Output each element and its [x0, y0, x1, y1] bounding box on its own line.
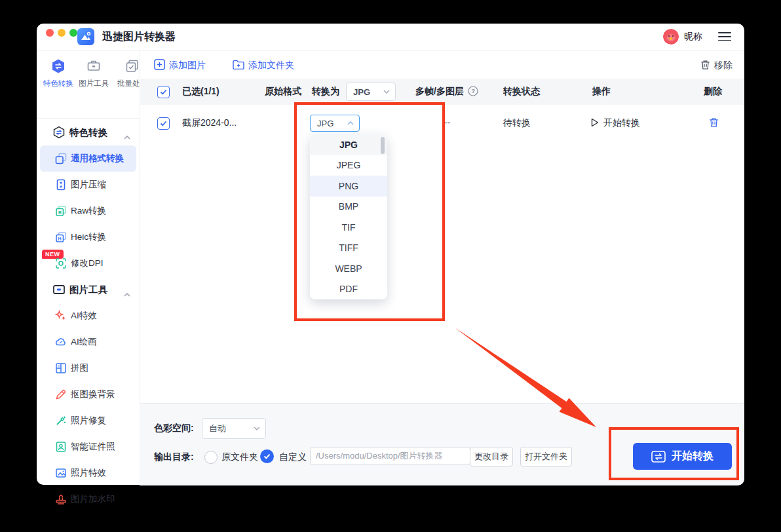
minimize-window-button[interactable]	[58, 29, 66, 37]
row-format-value: JPG	[317, 119, 333, 128]
table-header: 已选(1/1) 原始格式 转换为 JPG 多帧/多图层 ? 转换状态 操作 删除	[140, 79, 744, 105]
radio-original-folder[interactable]	[204, 451, 218, 464]
help-icon[interactable]: ?	[468, 86, 478, 98]
dropdown-option-tif[interactable]: TIF	[310, 217, 387, 238]
dropdown-option-jpg[interactable]: JPG	[310, 134, 387, 155]
titlebar: 迅捷图片转换器 昵称	[37, 24, 744, 50]
row-delete-button[interactable]	[709, 117, 719, 128]
trash-icon	[709, 117, 719, 128]
output-dir-label: 输出目录:	[154, 451, 194, 463]
sidebar-item-watermark[interactable]: 图片加水印	[37, 486, 140, 512]
add-image-button[interactable]: 添加图片	[154, 57, 206, 74]
start-convert-label: 开始转换	[672, 449, 714, 463]
radio-original-label: 原文件夹	[221, 451, 258, 463]
row-action-label: 开始转换	[603, 117, 640, 129]
svg-text:?: ?	[471, 88, 475, 94]
sidebar-item-image-compress[interactable]: 图片压缩	[37, 172, 140, 198]
change-dir-button[interactable]: 更改目录	[470, 447, 513, 466]
chevron-down-icon	[383, 90, 390, 94]
tab-featured-convert[interactable]: 特色转换	[41, 58, 75, 88]
sidebar-item-ai-effects[interactable]: AI特效	[37, 303, 140, 329]
column-multiframe: 多帧/多图层 ?	[415, 79, 478, 105]
item-label: 图片加水印	[71, 493, 115, 505]
add-folder-button[interactable]: 添加文件夹	[233, 57, 294, 74]
magic-wand-icon	[55, 415, 67, 427]
file-name: 截屏2024-0...	[182, 117, 237, 129]
convert-to-value: JPG	[353, 87, 370, 97]
cutout-pen-icon	[55, 389, 67, 400]
dropdown-option-jpeg[interactable]: JPEG	[310, 155, 387, 176]
play-icon	[591, 118, 599, 129]
dropdown-option-tiff[interactable]: TIFF	[310, 238, 387, 259]
sidebar-item-id-photo[interactable]: 智能证件照	[37, 434, 140, 460]
menu-icon[interactable]	[718, 32, 731, 41]
section-label: 图片工具	[69, 284, 107, 296]
radio-custom-checked[interactable]	[260, 449, 274, 463]
remove-label: 移除	[714, 60, 733, 71]
row-multiframe: --	[444, 117, 450, 128]
open-folder-button[interactable]: 打开文件夹	[520, 447, 572, 466]
column-status: 转换状态	[503, 79, 540, 105]
item-label: 拼图	[71, 362, 88, 374]
tab-label: 图片工具	[77, 79, 111, 88]
sidebar-item-collage[interactable]: 拼图	[37, 355, 140, 381]
multiframe-label: 多帧/多图层	[415, 86, 464, 98]
dropdown-option-webp[interactable]: WEBP	[310, 258, 387, 279]
tab-image-tools[interactable]: 图片工具	[77, 58, 111, 88]
dropdown-option-pdf[interactable]: PDF	[310, 279, 387, 300]
sidebar-item-heic-convert[interactable]: H Heic转换	[37, 224, 140, 250]
dropdown-option-png[interactable]: PNG	[310, 176, 387, 197]
user-avatar[interactable]	[663, 29, 679, 45]
add-folder-icon	[233, 60, 244, 72]
item-label: 修改DPI	[71, 257, 104, 269]
table-row: 截屏2024-0... JPG -- 待转换 开始转换	[140, 105, 744, 142]
convert-transfer-icon	[651, 451, 666, 463]
stamp-icon	[55, 493, 67, 505]
user-nickname[interactable]: 昵称	[684, 31, 702, 43]
color-space-select[interactable]: 自动	[202, 418, 266, 439]
column-action: 操作	[592, 79, 611, 105]
sidebar-item-photo-effects[interactable]: 照片特效	[37, 460, 140, 486]
convert-to-select[interactable]: JPG	[346, 79, 396, 105]
column-convert-to: 转换为	[312, 79, 339, 105]
row-start-convert-button[interactable]: 开始转换	[591, 117, 640, 129]
app-title: 迅捷图片转换器	[102, 30, 176, 44]
radio-custom-label: 自定义	[279, 451, 307, 463]
close-window-button[interactable]	[46, 29, 54, 37]
select-all-checkbox[interactable]	[157, 79, 170, 105]
id-photo-icon	[55, 441, 67, 453]
svg-text:H: H	[58, 237, 62, 241]
dropdown-option-bmp[interactable]: BMP	[310, 197, 387, 218]
dpi-target-icon	[55, 257, 67, 269]
row-checkbox[interactable]	[157, 117, 170, 130]
add-image-label: 添加图片	[169, 60, 206, 71]
item-label: AI特效	[71, 310, 97, 322]
sidebar-section-featured[interactable]: 特色转换	[37, 119, 140, 145]
start-convert-button[interactable]: 开始转换	[633, 443, 732, 470]
item-label: 通用格式转换	[71, 153, 124, 164]
svg-text:R: R	[58, 210, 62, 215]
row-format-select[interactable]: JPG	[310, 115, 360, 132]
sparkles-icon	[55, 310, 67, 322]
dropdown-scrollbar[interactable]	[381, 137, 385, 154]
sidebar-item-modify-dpi[interactable]: NEW 修改DPI	[37, 250, 140, 276]
photo-effects-icon	[55, 467, 67, 479]
remove-button[interactable]: 移除	[700, 57, 733, 74]
zoom-window-button[interactable]	[69, 29, 77, 37]
output-path-input[interactable]	[310, 447, 470, 465]
column-delete: 删除	[704, 79, 722, 105]
item-label: 智能证件照	[71, 441, 115, 453]
format-convert-icon	[55, 153, 67, 164]
sidebar-item-ai-painting[interactable]: AI绘画	[37, 329, 140, 355]
chevron-down-icon	[254, 427, 260, 430]
hexagon-convert-icon	[41, 58, 75, 75]
compress-icon	[55, 179, 67, 191]
sidebar-item-raw-convert[interactable]: R Raw转换	[37, 198, 140, 224]
sidebar-item-photo-repair[interactable]: 照片修复	[37, 408, 140, 434]
sidebar-item-universal-format-convert[interactable]: 通用格式转换	[40, 145, 136, 172]
sidebar-item-cutout-background[interactable]: 抠图换背景	[37, 381, 140, 408]
grid-collage-icon	[55, 362, 67, 374]
trash-icon	[700, 60, 710, 72]
item-label: 图片压缩	[71, 179, 106, 191]
sidebar-section-image-tools[interactable]: 图片工具	[37, 276, 140, 303]
